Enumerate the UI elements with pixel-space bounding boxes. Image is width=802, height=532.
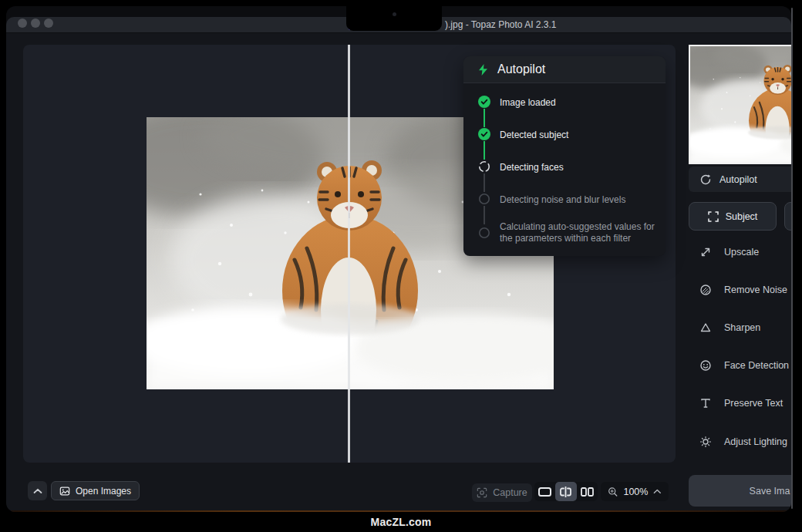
autopilot-step: Calculating auto-suggested values for th…: [463, 221, 666, 245]
autopilot-panel-header: Autopilot: [463, 56, 666, 83]
side-by-side-icon: [581, 487, 594, 497]
filter-label: Face Detection Not: [724, 360, 791, 371]
filter-row-remove-noise[interactable]: Remove Noise: [689, 281, 791, 299]
filter-row-sharpen[interactable]: Sharpen: [689, 318, 791, 337]
selection-corners-icon: [708, 211, 719, 222]
save-image-label: Save Ima: [750, 486, 790, 497]
single-view-button[interactable]: [534, 482, 555, 501]
sidebar-autopilot-row[interactable]: Autopilot: [689, 167, 791, 192]
check-circle-icon: [478, 96, 490, 108]
lightning-bolt-icon: [478, 64, 488, 76]
filter-row-preserve-text[interactable]: Preserve Text: [689, 394, 791, 412]
filter-row-upscale[interactable]: Upscale: [689, 243, 791, 261]
subject-button[interactable]: Subject: [689, 202, 777, 231]
zoom-in-icon: [608, 487, 618, 497]
image-thumbnail[interactable]: [689, 45, 791, 164]
window-title: ).jpg - Topaz Photo AI 2.3.1: [445, 17, 557, 32]
step-label: Detecting noise and blur levels: [500, 194, 656, 206]
zoom-control[interactable]: 100%: [601, 482, 669, 501]
step-label: Calculating auto-suggested values for th…: [500, 221, 656, 244]
sidebar-autopilot-label: Autopilot: [719, 174, 757, 185]
image-icon: [59, 486, 70, 497]
spinner-icon: [699, 173, 712, 186]
side-by-side-view-button[interactable]: [577, 482, 598, 501]
camera-icon: [393, 12, 396, 16]
bezel-edge-highlight: [791, 8, 793, 509]
filter-label: Sharpen: [724, 322, 760, 333]
filter-row-face-detection[interactable]: Face Detection Not: [689, 356, 791, 375]
split-view-button[interactable]: [555, 482, 576, 501]
open-images-label: Open Images: [76, 486, 131, 497]
autopilot-progress-panel: Autopilot Image loaded Detected subject …: [463, 56, 666, 256]
text-t-icon: [699, 397, 712, 409]
laptop-brand-label: MacZL.com: [0, 512, 802, 532]
capture-icon: [477, 487, 487, 498]
sun-icon: [699, 436, 712, 448]
laptop-mockup: ).jpg - Topaz Photo AI 2.3.1 Autopilot: [0, 0, 802, 532]
autopilot-step: Detected subject: [463, 128, 666, 140]
step-connector: [484, 109, 485, 127]
chevron-up-icon[interactable]: [653, 489, 662, 494]
step-connector: [484, 173, 485, 192]
autopilot-panel-title: Autopilot: [497, 62, 545, 76]
step-label: Image loaded: [500, 97, 656, 109]
noise-circle-icon: [699, 284, 712, 296]
step-label: Detected subject: [500, 130, 656, 141]
close-window-button[interactable]: [18, 19, 27, 28]
filter-row-adjust-lighting[interactable]: Adjust Lighting BE: [689, 433, 791, 451]
upscale-arrows-icon: [699, 246, 712, 258]
zoom-level-value: 100%: [623, 487, 648, 497]
before-after-split-handle[interactable]: [348, 45, 350, 463]
filter-label: Upscale: [724, 247, 759, 258]
subject-button-label: Subject: [726, 211, 758, 222]
camera-notch: [346, 6, 442, 31]
filter-label: Preserve Text: [724, 398, 783, 409]
step-label: Detecting faces: [500, 162, 656, 173]
filter-label: Remove Noise: [724, 285, 787, 295]
single-view-icon: [538, 487, 551, 497]
open-images-button[interactable]: Open Images: [51, 481, 140, 500]
screen: ).jpg - Topaz Photo AI 2.3.1 Autopilot: [6, 6, 791, 512]
pending-circle-icon: [478, 227, 490, 239]
check-circle-icon: [478, 128, 490, 140]
capture-button[interactable]: Capture: [472, 483, 532, 502]
autopilot-step: Detecting faces: [463, 160, 666, 173]
capture-label: Capture: [493, 487, 527, 498]
maximize-window-button[interactable]: [44, 19, 53, 28]
autopilot-step: Image loaded: [463, 96, 666, 108]
collapse-panel-button[interactable]: [28, 481, 47, 500]
view-mode-toggle-group: [534, 482, 598, 501]
secondary-mask-button[interactable]: [784, 202, 791, 231]
save-image-button[interactable]: Save Ima: [689, 475, 791, 507]
step-connector: [484, 141, 485, 160]
spinner-icon: [478, 160, 490, 173]
triangle-icon: [699, 322, 712, 334]
minimize-window-button[interactable]: [31, 19, 40, 28]
autopilot-step: Detecting noise and blur levels: [463, 193, 666, 205]
pending-circle-icon: [478, 193, 490, 205]
face-icon: [699, 359, 712, 372]
filter-label: Adjust Lighting: [724, 436, 787, 447]
split-view-icon: [559, 487, 572, 497]
chevron-up-icon: [33, 488, 42, 494]
